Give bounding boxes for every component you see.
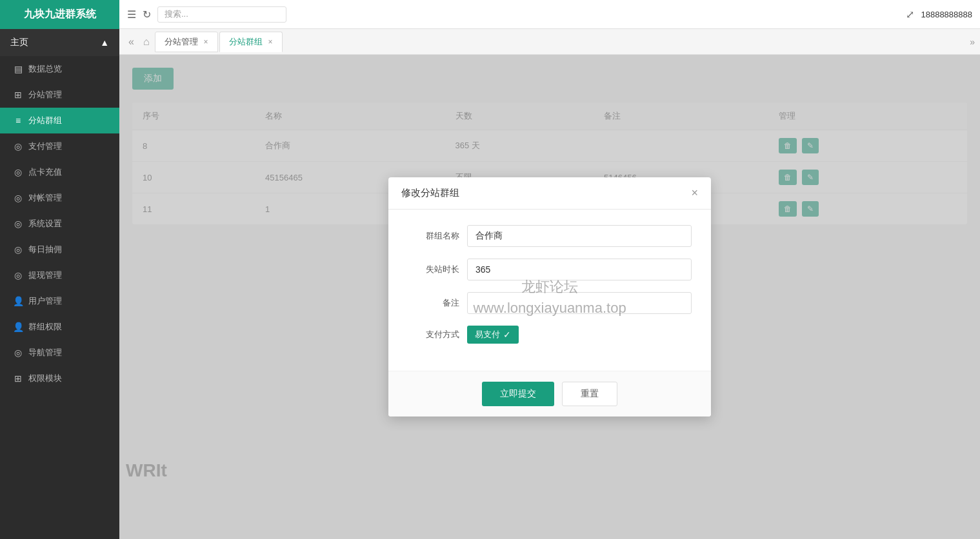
sidebar-item-label: 权限模块	[28, 373, 62, 384]
sidebar-item-label: 分站管理	[28, 89, 62, 101]
refresh-icon[interactable]: ↻	[143, 8, 151, 21]
sidebar-item-account-mgmt[interactable]: ◎ 对帐管理	[0, 185, 119, 211]
edit-modal: 修改分站群组 × 群组名称 失站时长 备注	[388, 177, 711, 416]
sidebar-item-user-mgmt[interactable]: 👤 用户管理	[0, 288, 119, 314]
group-icon: 👤	[13, 322, 23, 332]
sidebar-item-label: 导航管理	[28, 347, 62, 358]
modal-footer: 立即提交 重置	[388, 371, 711, 416]
sidebar: 九块九进群系统 主页 ▲ ▤ 数据总览 ⊞ 分站管理 ≡ 分站群组 ◎ 支付管理…	[0, 0, 119, 539]
nav-icon: ◎	[13, 348, 23, 358]
sidebar-item-nav-mgmt[interactable]: ◎ 导航管理	[0, 340, 119, 366]
sidebar-item-label: 每日抽佣	[28, 244, 62, 255]
sidebar-item-perm-modules[interactable]: ⊞ 权限模块	[0, 366, 119, 391]
search-input[interactable]	[157, 6, 286, 23]
sidebar-item-label: 点卡充值	[28, 166, 62, 178]
sidebar-item-card-recharge[interactable]: ◎ 点卡充值	[0, 159, 119, 185]
form-row-note: 备注	[408, 292, 692, 314]
group-name-label: 群组名称	[408, 230, 459, 242]
modal-title: 修改分站群组	[401, 187, 459, 199]
main-area: ☰ ↻ ⤢ 18888888888 « ⌂ 分站管理 × 分站群组 × » 添加	[119, 0, 980, 539]
tab-label: 分站管理	[165, 36, 198, 48]
sidebar-toggle-icon[interactable]: ☰	[127, 8, 136, 21]
submit-button[interactable]: 立即提交	[482, 382, 554, 406]
draw-icon: ◎	[13, 244, 23, 255]
withdraw-icon: ◎	[13, 270, 23, 280]
note-label: 备注	[408, 297, 459, 309]
payment-value: 易支付	[475, 329, 500, 340]
sidebar-item-data-overview[interactable]: ▤ 数据总览	[0, 56, 119, 82]
sidebar-item-branch-group[interactable]: ≡ 分站群组	[0, 108, 119, 133]
menu-icon: ≡	[13, 115, 23, 126]
form-row-payment: 支付方式 易支付 ✓	[408, 326, 692, 344]
sidebar-item-label: 系统设置	[28, 218, 62, 230]
circle-icon: ◎	[13, 141, 23, 152]
sidebar-item-branch-mgmt[interactable]: ⊞ 分站管理	[0, 82, 119, 108]
note-input[interactable]	[467, 292, 692, 314]
tab-close-icon[interactable]: ×	[268, 37, 273, 46]
sidebar-main-label: 主页	[10, 37, 28, 48]
sidebar-item-label: 群组权限	[28, 321, 62, 333]
check-icon: ✓	[503, 329, 511, 340]
content-area: 添加 序号 名称 天数 备注 管理 8 合作商 36	[119, 55, 980, 539]
payment-label: 支付方式	[408, 329, 459, 340]
grid2-icon: ⊞	[13, 90, 23, 100]
sidebar-item-withdraw-mgmt[interactable]: ◎ 提现管理	[0, 262, 119, 288]
expire-days-label: 失站时长	[408, 264, 459, 275]
topbar: ☰ ↻ ⤢ 18888888888	[119, 0, 980, 29]
sidebar-item-label: 提现管理	[28, 270, 62, 281]
sidebar-item-label: 用户管理	[28, 295, 62, 307]
modal-close-button[interactable]: ×	[691, 186, 698, 200]
expand-icon[interactable]: ⤢	[906, 8, 914, 21]
tab-nav-right[interactable]: »	[970, 37, 975, 47]
sidebar-item-system-settings[interactable]: ◎ 系统设置	[0, 211, 119, 237]
modal-body: 群组名称 失站时长 备注 支付方式 易支付	[388, 210, 711, 371]
card-icon: ◎	[13, 167, 23, 177]
sidebar-item-label: 支付管理	[28, 141, 62, 152]
tab-nav-left[interactable]: «	[125, 36, 138, 48]
modal-overlay: 龙虾论坛 www.longxiayuanma.top 修改分站群组 × 群组名称…	[119, 55, 980, 539]
sidebar-main-section[interactable]: 主页 ▲	[0, 29, 119, 56]
reset-button[interactable]: 重置	[562, 382, 617, 406]
form-row-expire-days: 失站时长	[408, 259, 692, 280]
expire-days-input[interactable]	[467, 259, 692, 280]
sidebar-item-label: 分站群组	[28, 115, 62, 126]
app-logo: 九块九进群系统	[0, 0, 119, 29]
sidebar-item-payment-mgmt[interactable]: ◎ 支付管理	[0, 133, 119, 159]
tab-branch-group[interactable]: 分站群组 ×	[219, 32, 283, 52]
tab-label: 分站群组	[229, 36, 263, 48]
perm-icon: ⊞	[13, 373, 23, 384]
tabbar: « ⌂ 分站管理 × 分站群组 × »	[119, 29, 980, 55]
user-icon: 👤	[13, 296, 23, 306]
account-icon: ◎	[13, 193, 23, 203]
form-row-group-name: 群组名称	[408, 225, 692, 247]
topbar-username: 18888888888	[921, 10, 972, 19]
tab-branch-mgmt[interactable]: 分站管理 ×	[155, 32, 218, 52]
chevron-up-icon: ▲	[100, 37, 109, 48]
group-name-input[interactable]	[467, 225, 692, 247]
sidebar-item-group-perms[interactable]: 👤 群组权限	[0, 314, 119, 340]
sidebar-item-daily-draw[interactable]: ◎ 每日抽佣	[0, 237, 119, 262]
grid-icon: ▤	[13, 64, 23, 74]
topbar-right: ⤢ 18888888888	[906, 8, 972, 21]
tab-nav-home[interactable]: ⌂	[139, 36, 154, 48]
sidebar-item-label: 数据总览	[28, 63, 62, 75]
tab-close-icon[interactable]: ×	[204, 37, 208, 46]
sidebar-item-label: 对帐管理	[28, 192, 62, 204]
payment-select[interactable]: 易支付 ✓	[467, 326, 519, 344]
modal-header: 修改分站群组 ×	[388, 177, 711, 210]
settings-icon: ◎	[13, 219, 23, 229]
